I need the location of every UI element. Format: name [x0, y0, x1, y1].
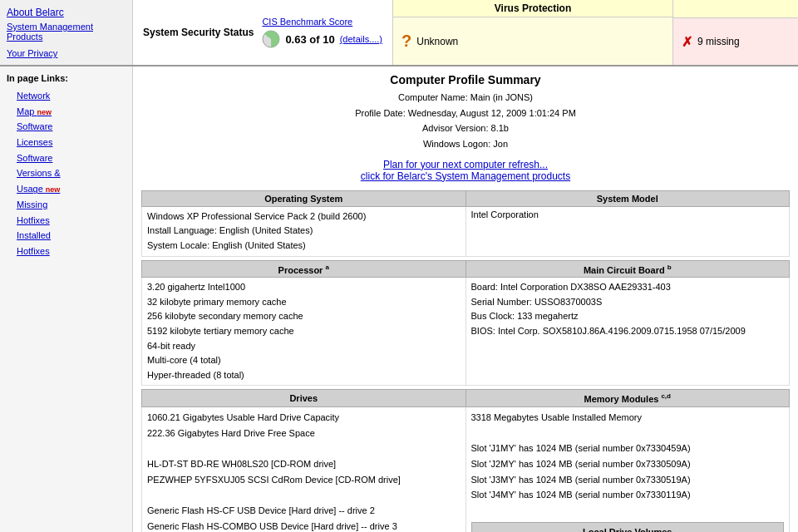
profile-summary: Computer Profile Summary Computer Name: … — [141, 73, 790, 152]
score-value: 0.63 of 10 — [285, 33, 334, 46]
refresh-link-2[interactable]: click for Belarc's System Management pro… — [141, 170, 790, 182]
virus-title: Virus Protection — [393, 0, 672, 17]
profile-title: Computer Profile Summary — [141, 73, 790, 86]
local-drives-header: Local Drive Volumes — [471, 522, 785, 532]
processor-header: Processor a — [142, 260, 466, 278]
missing-label: 9 missing — [697, 36, 740, 47]
system-model-content: Intel Corporation — [466, 206, 790, 256]
details-link[interactable]: (details....) — [340, 34, 382, 44]
x-icon: ✗ — [682, 34, 692, 50]
refresh-link-1[interactable]: Plan for your next computer refresh... — [141, 159, 790, 170]
cis-link[interactable]: CIS Benchmark Score — [262, 17, 352, 27]
sidebar-item-software-licenses[interactable]: SoftwareLicenses — [17, 119, 126, 150]
sidebar-item-network-map[interactable]: NetworkMap new — [17, 88, 126, 119]
main-circuit-content: Board: Intel Corporation DX38SO AAE29331… — [466, 278, 790, 386]
privacy-link[interactable]: Your Privacy — [7, 48, 126, 58]
system-mgmt-link[interactable]: System Management Products — [7, 22, 126, 42]
os-system-table: Operating System System Model Windows XP… — [141, 190, 790, 257]
processor-circuit-table: Processor a Main Circuit Board b 3.20 gi… — [141, 260, 790, 387]
sidebar-item-software-versions[interactable]: SoftwareVersions &Usage new — [17, 150, 126, 197]
memory-header: Memory Modules c,d — [466, 390, 790, 407]
processor-content: 3.20 gigahertz Intel1000 32 kilobyte pri… — [142, 278, 466, 386]
in-page-links-label: In page Links: — [7, 73, 126, 83]
sidebar-item-installed-hotfixes[interactable]: InstalledHotfixes — [17, 228, 126, 259]
os-content: Windows XP Professional Service Pack 2 (… — [142, 206, 466, 256]
drives-memory-table: Drives Memory Modules c,d 1060.21 Gigaby… — [141, 389, 790, 532]
system-model-header: System Model — [466, 190, 790, 206]
score-icon — [262, 30, 280, 48]
security-status-label: System Security Status — [143, 27, 254, 38]
memory-content: 3318 Megabytes Usable Installed Memory S… — [466, 407, 790, 533]
profile-info: Computer Name: Main (in JONS) Profile Da… — [141, 90, 790, 152]
main-circuit-header: Main Circuit Board b — [466, 260, 790, 278]
drives-content: 1060.21 Gigabytes Usable Hard Drive Capa… — [142, 407, 466, 533]
sidebar-item-missing-hotfixes[interactable]: MissingHotfixes — [17, 197, 126, 228]
refresh-links: Plan for your next computer refresh... c… — [141, 159, 790, 182]
question-icon: ? — [401, 32, 411, 51]
os-header: Operating System — [142, 190, 466, 206]
virus-status: Unknown — [416, 36, 458, 47]
about-belarc-link[interactable]: About Belarc — [7, 7, 126, 18]
drives-header: Drives — [142, 390, 466, 407]
